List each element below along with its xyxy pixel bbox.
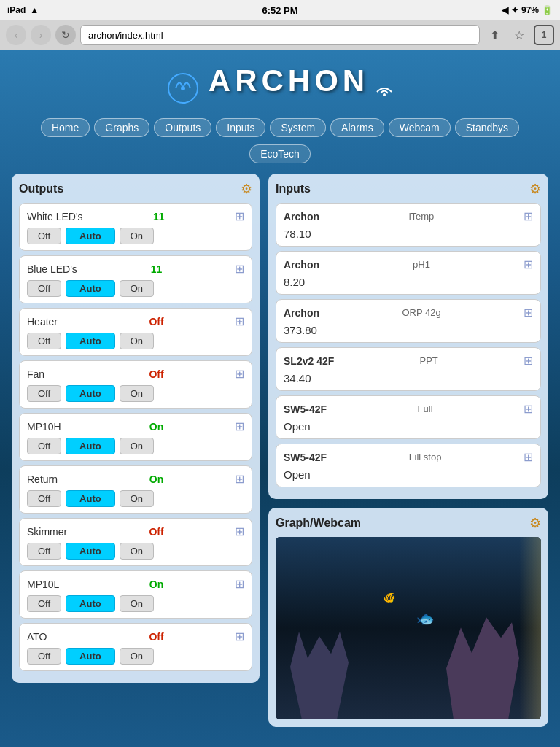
signal-icon: ✦ [511,5,518,15]
auto-btn-skimmer[interactable]: Auto [66,543,115,560]
bookmark-button[interactable]: ☆ [509,25,529,45]
fish1-icon: 🐟 [416,610,435,627]
input-type-sl2v2: PPT [419,355,438,366]
input-type-sw5-fillstop: Fill stop [409,452,442,462]
tank-right-decoration [519,537,541,719]
svg-point-1 [181,86,185,90]
output-name-ato: ATO [27,631,78,643]
output-name-blue-leds: Blue LED's [27,263,78,275]
input-device-archon-ph1: Archon [284,259,319,271]
right-column: Inputs ⚙ Archon iTemp ⊞ 78.10 Archon pH1 [268,174,548,727]
auto-btn-mp10l[interactable]: Auto [66,595,115,612]
off-btn-return[interactable]: Off [27,490,61,507]
on-btn-white-leds[interactable]: On [120,228,154,244]
off-btn-mp10l[interactable]: Off [27,595,61,612]
nav-system[interactable]: System [270,118,326,137]
inputs-panel: Inputs ⚙ Archon iTemp ⊞ 78.10 Archon pH1 [268,174,548,499]
output-skimmer: Skimmer Off ⊞ Off Auto On [19,518,252,566]
output-status-skimmer: Off [149,526,163,538]
nav-alarms[interactable]: Alarms [330,118,384,137]
filter-icon-archon-itemp: ⊞ [524,209,533,223]
output-ato: ATO Off ⊞ Off Auto On [19,623,252,671]
webcam-gear-icon[interactable]: ⚙ [529,515,541,531]
filter-icon-white-leds: ⊞ [235,209,244,223]
input-archon-ph1: Archon pH1 ⊞ 8.20 [276,251,541,295]
output-status-blue-leds: 11 [151,263,163,275]
url-bar[interactable] [80,25,480,45]
webcam-panel: Graph/Webcam ⚙ 🐟 🐠 [268,508,548,727]
wifi-logo-icon [373,81,395,96]
input-value-archon-itemp: 78.10 [284,228,533,240]
outputs-gear-icon[interactable]: ⚙ [241,181,252,197]
fish2-icon: 🐠 [383,592,395,603]
output-name-mp10h: MP10H [27,421,78,433]
auto-btn-mp10h[interactable]: Auto [66,438,115,454]
page-background: ARCHON Home Graphs Outputs Inputs System… [0,50,560,747]
input-sw5-full: SW5-42F Full ⊞ Open [276,395,541,439]
auto-btn-white-leds[interactable]: Auto [66,228,115,244]
input-device-sw5-full: SW5-42F [284,403,327,415]
output-white-leds: White LED's 11 ⊞ Off Auto On [19,203,252,251]
on-btn-heater[interactable]: On [120,333,154,349]
off-btn-heater[interactable]: Off [27,333,61,349]
nav-inputs[interactable]: Inputs [216,118,265,137]
forward-button[interactable]: › [31,25,51,45]
nav-graphs[interactable]: Graphs [94,118,149,137]
nav-ecotech[interactable]: EcoTech [249,144,311,163]
output-status-return: On [149,473,163,485]
nav-webcam[interactable]: Webcam [389,118,451,137]
auto-btn-fan[interactable]: Auto [66,385,115,402]
input-type-archon-itemp: iTemp [409,211,435,222]
on-btn-return[interactable]: On [120,490,154,507]
auto-btn-heater[interactable]: Auto [66,333,115,349]
on-btn-ato[interactable]: On [120,648,154,665]
back-button[interactable]: ‹ [6,25,26,45]
webcam-header: Graph/Webcam ⚙ [276,515,541,531]
on-btn-fan[interactable]: On [120,385,154,402]
output-status-ato: Off [149,631,163,643]
share-button[interactable]: ⬆ [484,25,505,45]
filter-icon-sw5-full: ⊞ [524,402,533,416]
on-btn-mp10h[interactable]: On [120,438,154,454]
filter-icon-skimmer: ⊞ [235,525,244,538]
off-btn-skimmer[interactable]: Off [27,543,61,560]
reload-button[interactable]: ↻ [55,25,76,45]
outputs-header: Outputs ⚙ [19,181,252,197]
on-btn-blue-leds[interactable]: On [120,280,154,297]
off-btn-blue-leds[interactable]: Off [27,280,61,297]
output-status-heater: Off [149,316,163,328]
tab-count[interactable]: 1 [534,25,554,45]
on-btn-skimmer[interactable]: On [120,543,154,560]
output-fan: Fan Off ⊞ Off Auto On [19,360,252,409]
nav-sub: EcoTech [0,144,560,163]
off-btn-white-leds[interactable]: Off [27,228,61,244]
auto-btn-blue-leds[interactable]: Auto [66,280,115,297]
off-btn-ato[interactable]: Off [27,648,61,665]
nav-outputs[interactable]: Outputs [154,118,211,137]
nav-home[interactable]: Home [41,118,90,137]
output-blue-leds: Blue LED's 11 ⊞ Off Auto On [19,255,252,303]
off-btn-fan[interactable]: Off [27,385,61,402]
off-btn-mp10h[interactable]: Off [27,438,61,454]
auto-btn-return[interactable]: Auto [66,490,115,507]
nav-standbys[interactable]: Standbys [455,118,519,137]
logo-text: ARCHON [209,63,369,98]
battery-icon: 🔋 [542,5,553,15]
location-icon: ◀ [502,5,508,15]
time-display: 6:52 PM [262,5,298,16]
coral2-decoration [446,617,519,719]
status-bar: iPad ▲ 6:52 PM ◀ ✦ 97% 🔋 [0,0,560,20]
filter-icon-sl2v2: ⊞ [524,354,533,368]
inputs-gear-icon[interactable]: ⚙ [529,181,541,197]
logo-area: ARCHON [0,50,560,115]
output-mp10h: MP10H On ⊞ Off Auto On [19,413,252,461]
coral1-decoration [290,632,349,719]
input-device-archon-itemp: Archon [284,211,319,222]
wifi-icon: ▲ [30,5,39,15]
output-name-white-leds: White LED's [27,211,83,222]
input-archon-orp: Archon ORP 42g ⊞ 373.80 [276,299,541,343]
on-btn-mp10l[interactable]: On [120,595,154,612]
filter-icon-archon-orp: ⊞ [524,306,533,320]
auto-btn-ato[interactable]: Auto [66,648,115,665]
filter-icon-blue-leds: ⊞ [235,262,244,276]
